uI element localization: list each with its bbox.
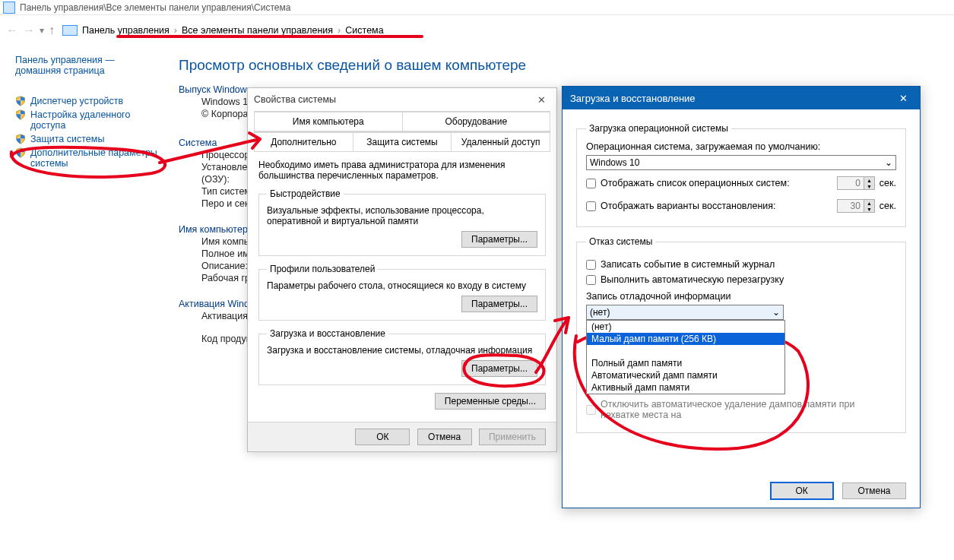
tab-computer-name[interactable]: Имя компьютера xyxy=(254,112,403,131)
breadcrumb[interactable]: Панель управления› Все элементы панели у… xyxy=(82,25,384,36)
tab-remote[interactable]: Удаленный доступ xyxy=(452,132,550,152)
dump-option[interactable]: (нет) xyxy=(587,321,784,333)
dialog1-title: Свойства системы xyxy=(254,94,336,105)
startup-settings-button[interactable]: Параметры... xyxy=(461,360,537,377)
shield-icon xyxy=(15,134,26,144)
nav-arrows: ← → ▾ ↑ xyxy=(6,24,55,37)
group-system-startup: Загрузка операционной системы Операционн… xyxy=(576,123,906,227)
sidebar-item-2[interactable]: Защита системы xyxy=(15,134,160,144)
group-startup-recovery: Загрузка и восстановление Загрузка и вос… xyxy=(258,328,546,385)
dialog2-close-button[interactable]: ✕ xyxy=(895,91,912,106)
dump-select[interactable]: (нет) ⌄ xyxy=(586,305,784,320)
tab-hardware[interactable]: Оборудование xyxy=(403,112,551,131)
sidebar: Панель управления — домашняя страница Ди… xyxy=(15,55,160,172)
chevron-down-icon: ⌄ xyxy=(885,157,892,168)
system-icon xyxy=(3,2,15,14)
perf-settings-button[interactable]: Параметры... xyxy=(461,231,537,248)
dialog2-ok-button[interactable]: ОК xyxy=(770,482,834,500)
dump-option[interactable]: Малый дамп памяти (256 КВ) xyxy=(587,333,784,345)
profiles-settings-button[interactable]: Параметры... xyxy=(461,296,537,312)
dialog2-title: Загрузка и восстановление xyxy=(570,93,696,104)
dump-option[interactable]: Активный дамп памяти xyxy=(587,381,784,394)
dialog1-apply-button[interactable]: Применить xyxy=(479,429,546,445)
group-performance: Быстродействие Визуальные эффекты, испол… xyxy=(258,188,546,256)
checkbox-auto-delete-dump xyxy=(586,405,596,415)
shield-icon xyxy=(15,147,26,158)
dump-option[interactable]: Полный дамп памяти xyxy=(587,357,784,369)
env-vars-button[interactable]: Переменные среды... xyxy=(435,393,546,410)
sidebar-home[interactable]: Панель управления — домашняя страница xyxy=(15,55,160,76)
page-heading: Просмотр основных сведений о вашем компь… xyxy=(179,57,946,74)
checkbox-auto-restart[interactable] xyxy=(586,275,596,285)
dump-option[interactable] xyxy=(587,345,784,357)
crumb-2[interactable]: Все элементы панели управления xyxy=(182,25,333,36)
os-list-spin[interactable]: ▲▼ xyxy=(837,176,875,190)
up-button[interactable]: ↑ xyxy=(49,24,55,37)
recovery-spin[interactable]: ▲▼ xyxy=(837,199,875,213)
tab-protection[interactable]: Защита системы xyxy=(353,132,452,152)
admin-note: Необходимо иметь права администратора дл… xyxy=(258,160,546,181)
monitor-icon xyxy=(62,25,78,36)
crumb-3[interactable]: Система xyxy=(345,25,383,36)
shield-icon xyxy=(15,96,26,106)
dialog-system-properties: Свойства системы ✕ Имя компьютера Оборуд… xyxy=(247,87,557,452)
dialog2-cancel-button[interactable]: Отмена xyxy=(842,482,906,499)
dialog1-ok-button[interactable]: ОК xyxy=(355,429,410,445)
sidebar-item-3[interactable]: Дополнительные параметры системы xyxy=(15,147,160,169)
default-os-label: Операционная система, загружаемая по умо… xyxy=(586,141,896,152)
sidebar-item-0[interactable]: Диспетчер устройств xyxy=(15,96,160,106)
shield-icon xyxy=(15,109,26,120)
crumb-1[interactable]: Панель управления xyxy=(82,25,170,36)
chevron-down-icon: ⌄ xyxy=(772,307,780,318)
sidebar-item-1[interactable]: Настройка удаленного доступа xyxy=(15,109,160,131)
dialog1-cancel-button[interactable]: Отмена xyxy=(417,429,472,445)
checkbox-show-os-list[interactable] xyxy=(586,179,596,188)
dump-option[interactable]: Автоматический дамп памяти xyxy=(587,369,784,381)
group-system-failure: Отказ системы Записать событие в системн… xyxy=(576,236,906,433)
dump-label: Запись отладочной информации xyxy=(586,291,896,302)
default-os-select[interactable]: Windows 10 ⌄ xyxy=(586,155,896,170)
dialog1-close-button[interactable]: ✕ xyxy=(533,93,550,107)
checkbox-write-log[interactable] xyxy=(586,260,596,270)
dialog-startup-recovery: Загрузка и восстановление ✕ Загрузка опе… xyxy=(562,86,921,508)
dump-dropdown[interactable]: (нет)Малый дамп памяти (256 КВ) Полный д… xyxy=(586,320,785,394)
forward-button[interactable]: → xyxy=(23,24,35,37)
tab-advanced[interactable]: Дополнительно xyxy=(254,132,353,152)
back-button[interactable]: ← xyxy=(6,24,18,37)
window-title: Панель управления\Все элементы панели уп… xyxy=(20,2,290,13)
navbar: ← → ▾ ↑ Панель управления› Все элементы … xyxy=(0,15,954,46)
checkbox-show-recovery[interactable] xyxy=(586,201,596,211)
window-titlebar: Панель управления\Все элементы панели уп… xyxy=(0,0,954,15)
group-profiles: Профили пользователей Параметры рабочего… xyxy=(258,264,546,321)
